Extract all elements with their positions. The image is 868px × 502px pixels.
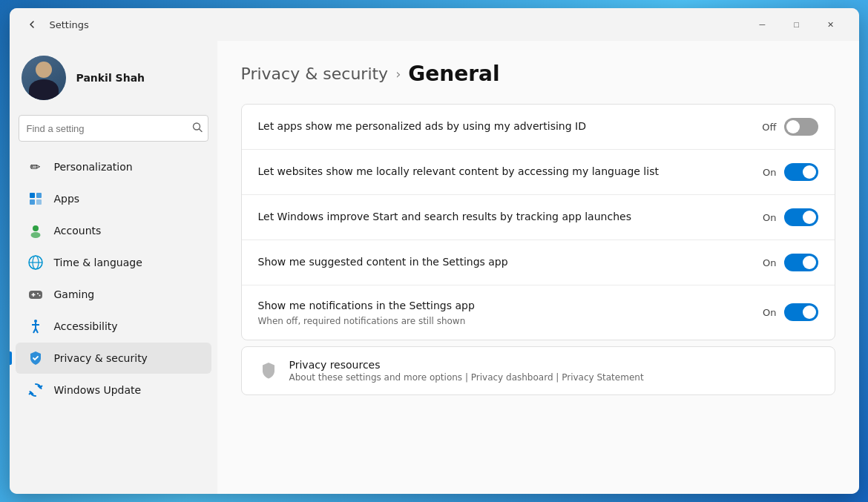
sidebar-item-privacy-security[interactable]: Privacy & security [16, 343, 211, 374]
setting-text: Let websites show me locally relevant co… [258, 165, 741, 179]
setting-label: Show me notifications in the Settings ap… [258, 299, 741, 314]
sidebar-item-accounts[interactable]: Accounts [16, 215, 211, 246]
privacy-resources-sublabel: About these settings and more options | … [289, 372, 644, 383]
svg-rect-11 [29, 291, 42, 299]
setting-text: Show me notifications in the Settings ap… [258, 299, 741, 326]
time-language-icon [27, 254, 44, 271]
setting-label: Let apps show me personalized ads by usi… [258, 119, 741, 134]
privacy-resources[interactable]: Privacy resources About these settings a… [241, 346, 835, 395]
sidebar-item-label: Windows Update [54, 384, 142, 396]
setting-text: Let apps show me personalized ads by usi… [258, 119, 741, 134]
status-on: On [756, 257, 777, 268]
status-on: On [756, 167, 777, 178]
close-button[interactable]: ✕ [815, 13, 847, 36]
setting-personalized-ads: Let apps show me personalized ads by usi… [242, 105, 835, 150]
setting-notifications: Show me notifications in the Settings ap… [242, 285, 835, 340]
accounts-icon [27, 222, 44, 239]
sidebar-item-label: Accessibility [54, 320, 118, 332]
status-on: On [756, 307, 777, 318]
user-profile: Pankil Shah [10, 50, 217, 112]
toggle-notifications[interactable] [784, 303, 818, 321]
setting-label: Show me suggested content in the Setting… [258, 255, 741, 270]
avatar [22, 56, 66, 100]
setting-label: Let Windows improve Start and search res… [258, 210, 741, 225]
svg-line-20 [36, 328, 38, 333]
settings-list: Let apps show me personalized ads by usi… [241, 104, 835, 340]
breadcrumb-current: General [408, 62, 499, 86]
window-title: Settings [50, 19, 89, 30]
privacy-security-icon [27, 350, 44, 366]
back-button[interactable] [22, 14, 42, 35]
setting-sublabel: When off, required notifications are sti… [258, 316, 741, 326]
sidebar-item-label: Time & language [54, 257, 142, 268]
setting-track-launches: Let Windows improve Start and search res… [242, 195, 835, 240]
privacy-resources-icon [258, 360, 279, 381]
sidebar-item-label: Gaming [54, 288, 95, 300]
avatar-image [22, 56, 66, 100]
setting-control: On [756, 254, 818, 271]
setting-control: Off [756, 118, 818, 136]
titlebar: Settings ─ □ ✕ [10, 8, 859, 41]
setting-control: On [756, 163, 818, 181]
svg-rect-2 [30, 193, 35, 198]
sidebar-item-gaming[interactable]: Gaming [16, 279, 211, 310]
user-name: Pankil Shah [76, 72, 145, 84]
setting-label: Let websites show me locally relevant co… [258, 165, 741, 179]
windows-update-icon [27, 382, 44, 398]
breadcrumb-separator: › [395, 66, 401, 82]
minimize-button[interactable]: ─ [746, 13, 779, 36]
toggle-track-launches[interactable] [784, 208, 818, 226]
search-input[interactable] [19, 115, 208, 142]
breadcrumb: Privacy & security › General [241, 62, 835, 86]
maximize-button[interactable]: □ [780, 13, 813, 36]
svg-rect-3 [36, 193, 42, 198]
sidebar-item-personalization[interactable]: ✏️ Personalization [16, 151, 211, 182]
svg-line-1 [199, 129, 202, 132]
privacy-resources-text: Privacy resources About these settings a… [289, 359, 644, 383]
sidebar-item-accessibility[interactable]: Accessibility [16, 311, 211, 342]
breadcrumb-parent[interactable]: Privacy & security [241, 65, 389, 83]
svg-point-15 [39, 295, 40, 297]
toggle-language-list[interactable] [784, 163, 818, 181]
apps-icon [27, 191, 44, 207]
sidebar-item-time-language[interactable]: Time & language [16, 247, 211, 278]
status-off: Off [756, 122, 777, 133]
setting-language-list: Let websites show me locally relevant co… [242, 150, 835, 195]
search-box [19, 115, 208, 142]
window-content: Pankil Shah ✏️ Personalization [10, 41, 859, 494]
svg-point-7 [30, 232, 40, 238]
svg-point-16 [34, 320, 37, 323]
setting-text: Let Windows improve Start and search res… [258, 210, 741, 225]
nav-list: ✏️ Personalization Apps [10, 148, 217, 409]
svg-rect-5 [36, 199, 42, 205]
toggle-personalized-ads[interactable] [784, 118, 818, 136]
svg-point-6 [33, 225, 39, 231]
setting-text: Show me suggested content in the Setting… [258, 255, 741, 270]
sidebar-item-label: Privacy & security [54, 352, 148, 364]
toggle-suggested-content[interactable] [784, 254, 818, 271]
sidebar-item-label: Accounts [54, 225, 102, 237]
setting-suggested-content: Show me suggested content in the Setting… [242, 240, 835, 285]
search-icon-button[interactable] [192, 122, 203, 135]
sidebar: Pankil Shah ✏️ Personalization [10, 41, 217, 494]
gaming-icon [27, 286, 44, 303]
main-content: Privacy & security › General Let apps sh… [217, 41, 859, 494]
status-on: On [756, 212, 777, 223]
sidebar-item-windows-update[interactable]: Windows Update [16, 374, 211, 406]
accessibility-icon [27, 318, 44, 334]
svg-point-14 [37, 293, 39, 294]
personalization-icon: ✏️ [27, 159, 44, 175]
svg-rect-4 [30, 199, 35, 205]
sidebar-item-label: Personalization [54, 161, 133, 173]
setting-control: On [756, 208, 818, 226]
settings-window: Settings ─ □ ✕ Pankil Shah [10, 8, 859, 494]
privacy-resources-label: Privacy resources [289, 359, 644, 371]
window-controls: ─ □ ✕ [746, 13, 847, 36]
sidebar-item-label: Apps [54, 193, 80, 205]
sidebar-item-apps[interactable]: Apps [16, 183, 211, 214]
setting-control: On [756, 303, 818, 321]
